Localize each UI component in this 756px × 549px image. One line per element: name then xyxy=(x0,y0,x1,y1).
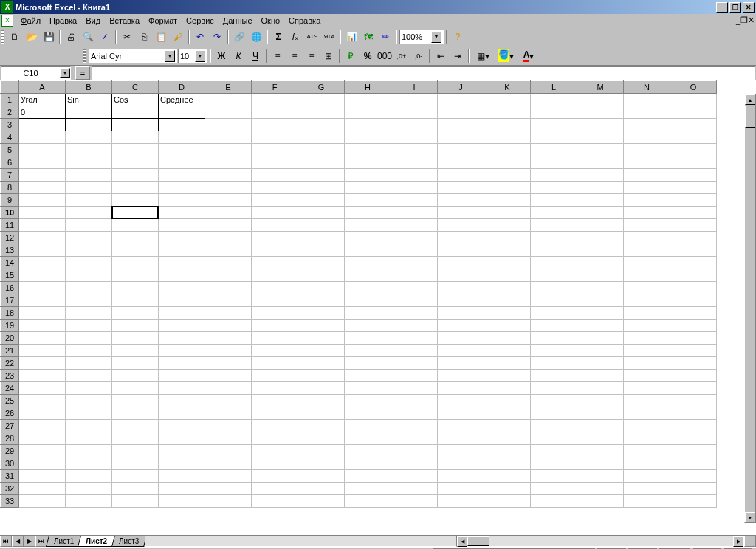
cell-G4[interactable] xyxy=(298,131,345,144)
cell-A7[interactable] xyxy=(19,169,66,182)
cell-K2[interactable] xyxy=(484,106,531,119)
cell-O29[interactable] xyxy=(670,445,717,458)
cell-I3[interactable] xyxy=(391,119,438,131)
cell-I4[interactable] xyxy=(391,131,438,144)
cell-I32[interactable] xyxy=(391,483,438,495)
toolbar-grip[interactable] xyxy=(1,30,4,44)
row-header-20[interactable]: 20 xyxy=(1,332,19,345)
cell-A20[interactable] xyxy=(19,332,66,345)
cell-A16[interactable] xyxy=(19,282,66,294)
cell-M21[interactable] xyxy=(577,345,624,357)
cell-C15[interactable] xyxy=(112,269,159,282)
cell-J21[interactable] xyxy=(438,345,484,357)
cell-I16[interactable] xyxy=(391,282,438,294)
sort-asc-button[interactable]: А↓Я xyxy=(304,29,320,44)
cell-E31[interactable] xyxy=(205,470,252,483)
row-header-9[interactable]: 9 xyxy=(1,194,19,207)
cell-E14[interactable] xyxy=(205,257,252,269)
cell-O14[interactable] xyxy=(670,257,717,269)
cell-O27[interactable] xyxy=(670,420,717,432)
cell-C6[interactable] xyxy=(112,156,159,169)
cell-C12[interactable] xyxy=(112,232,159,244)
cell-F8[interactable] xyxy=(252,182,298,194)
row-header-11[interactable]: 11 xyxy=(1,219,19,232)
cell-K1[interactable] xyxy=(484,94,531,106)
cell-G10[interactable] xyxy=(298,207,345,219)
cell-I19[interactable] xyxy=(391,320,438,332)
print-preview-button[interactable]: 🔍 xyxy=(80,29,96,44)
cell-K25[interactable] xyxy=(484,395,531,407)
cell-H23[interactable] xyxy=(345,370,391,382)
cell-A1[interactable]: Угол xyxy=(19,94,66,106)
cell-D22[interactable] xyxy=(159,357,205,370)
cell-C24[interactable] xyxy=(112,382,159,395)
cell-K26[interactable] xyxy=(484,407,531,420)
cell-G14[interactable] xyxy=(298,257,345,269)
cell-J9[interactable] xyxy=(438,194,484,207)
cell-I7[interactable] xyxy=(391,169,438,182)
cell-I23[interactable] xyxy=(391,370,438,382)
cell-M11[interactable] xyxy=(577,219,624,232)
cell-M22[interactable] xyxy=(577,357,624,370)
cell-I17[interactable] xyxy=(391,294,438,307)
cell-O4[interactable] xyxy=(670,131,717,144)
cell-O3[interactable] xyxy=(670,119,717,131)
cell-H8[interactable] xyxy=(345,182,391,194)
cell-C26[interactable] xyxy=(112,407,159,420)
cell-K30[interactable] xyxy=(484,458,531,470)
cell-H33[interactable] xyxy=(345,495,391,508)
fill-color-button[interactable]: 🪣▾ xyxy=(495,48,517,63)
select-all-corner[interactable] xyxy=(1,81,19,94)
col-header-G[interactable]: G xyxy=(298,81,345,94)
cell-J11[interactable] xyxy=(438,219,484,232)
cell-H14[interactable] xyxy=(345,257,391,269)
cell-N21[interactable] xyxy=(624,345,670,357)
col-header-C[interactable]: C xyxy=(112,81,159,94)
cell-G2[interactable] xyxy=(298,106,345,119)
menu-help[interactable]: Справка xyxy=(284,15,325,27)
cell-I1[interactable] xyxy=(391,94,438,106)
cell-H3[interactable] xyxy=(345,119,391,131)
cell-E6[interactable] xyxy=(205,156,252,169)
cell-D5[interactable] xyxy=(159,144,205,156)
cell-K15[interactable] xyxy=(484,269,531,282)
cell-M7[interactable] xyxy=(577,169,624,182)
cell-M29[interactable] xyxy=(577,445,624,458)
cell-C8[interactable] xyxy=(112,182,159,194)
cell-K4[interactable] xyxy=(484,131,531,144)
cell-N1[interactable] xyxy=(624,94,670,106)
cell-L30[interactable] xyxy=(531,458,577,470)
row-header-1[interactable]: 1 xyxy=(1,94,19,106)
cell-O7[interactable] xyxy=(670,169,717,182)
cell-I5[interactable] xyxy=(391,144,438,156)
chart-wizard-button[interactable]: 📊 xyxy=(343,29,360,44)
cell-K11[interactable] xyxy=(484,219,531,232)
cell-M2[interactable] xyxy=(577,106,624,119)
cell-I12[interactable] xyxy=(391,232,438,244)
cell-H22[interactable] xyxy=(345,357,391,370)
cell-E25[interactable] xyxy=(205,395,252,407)
cell-H9[interactable] xyxy=(345,194,391,207)
cell-L26[interactable] xyxy=(531,407,577,420)
cell-E7[interactable] xyxy=(205,169,252,182)
cell-N20[interactable] xyxy=(624,332,670,345)
cell-B31[interactable] xyxy=(66,470,112,483)
cell-K3[interactable] xyxy=(484,119,531,131)
cell-L5[interactable] xyxy=(531,144,577,156)
cell-H2[interactable] xyxy=(345,106,391,119)
cell-N18[interactable] xyxy=(624,307,670,320)
cell-A2[interactable]: 0 xyxy=(19,106,66,119)
cell-H25[interactable] xyxy=(345,395,391,407)
cell-A21[interactable] xyxy=(19,345,66,357)
cell-G24[interactable] xyxy=(298,382,345,395)
cell-F26[interactable] xyxy=(252,407,298,420)
cell-O12[interactable] xyxy=(670,232,717,244)
row-header-15[interactable]: 15 xyxy=(1,269,19,282)
cell-L18[interactable] xyxy=(531,307,577,320)
cell-G8[interactable] xyxy=(298,182,345,194)
row-header-12[interactable]: 12 xyxy=(1,232,19,244)
cell-J1[interactable] xyxy=(438,94,484,106)
cell-K8[interactable] xyxy=(484,182,531,194)
cell-N15[interactable] xyxy=(624,269,670,282)
cell-E4[interactable] xyxy=(205,131,252,144)
